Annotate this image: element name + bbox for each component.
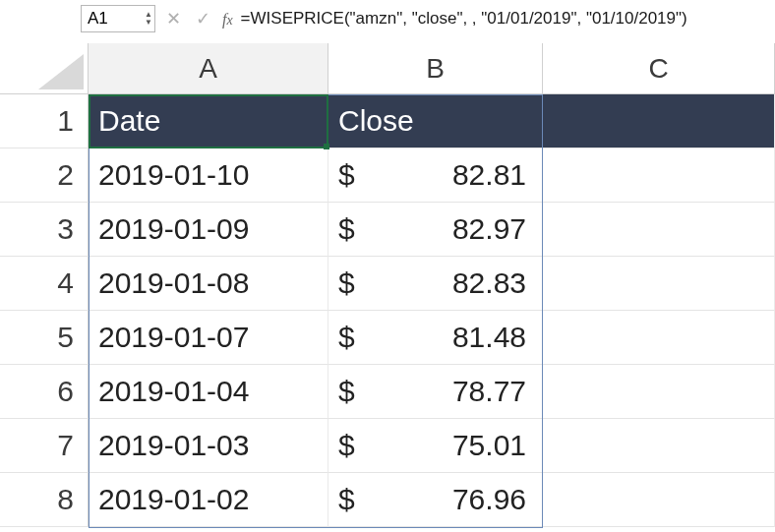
row-header[interactable]: 8 xyxy=(0,473,89,527)
row-header[interactable]: 5 xyxy=(0,311,89,365)
cell[interactable]: $ 76.96 xyxy=(328,473,543,527)
cell[interactable] xyxy=(543,203,775,257)
formula-bar: A1 ▲ ▼ ✕ ✓ fx =WISEPRICE("amzn", "close"… xyxy=(0,0,775,37)
cell[interactable]: $ 82.97 xyxy=(328,203,543,257)
col-header-b[interactable]: B xyxy=(328,43,543,94)
stepper-down-icon[interactable]: ▼ xyxy=(145,19,152,27)
cell[interactable] xyxy=(543,419,775,473)
cell-c1[interactable] xyxy=(543,94,775,148)
formula-input[interactable]: =WISEPRICE("amzn", "close", , "01/01/201… xyxy=(241,9,687,29)
cell[interactable]: 2019-01-08 xyxy=(89,257,328,311)
cell[interactable] xyxy=(543,311,775,365)
col-header-c[interactable]: C xyxy=(543,43,775,94)
table-row: 6 2019-01-04 $ 78.77 xyxy=(0,365,775,419)
table-row: 3 2019-01-09 $ 82.97 xyxy=(0,203,775,257)
cell[interactable]: $ 75.01 xyxy=(328,419,543,473)
column-headers: A B C xyxy=(0,43,775,94)
currency-symbol: $ xyxy=(338,321,355,354)
currency-symbol: $ xyxy=(338,158,355,192)
table-row: 4 2019-01-08 $ 82.83 xyxy=(0,257,775,311)
close-value: 82.81 xyxy=(418,158,526,192)
table-row: 2 2019-01-10 $ 82.81 xyxy=(0,148,775,203)
row-header[interactable]: 1 xyxy=(0,94,89,148)
table-row: 1 Date Close xyxy=(0,94,775,148)
cell[interactable]: 2019-01-07 xyxy=(89,311,328,365)
cell[interactable]: $ 82.83 xyxy=(328,257,543,311)
rows: 1 Date Close 2 2019-01-10 $ 82.81 3 2019… xyxy=(0,94,775,527)
cell[interactable] xyxy=(543,257,775,311)
name-box[interactable]: A1 xyxy=(82,7,143,30)
row-header[interactable]: 3 xyxy=(0,203,89,257)
cell-b1[interactable]: Close xyxy=(328,94,543,148)
cell[interactable]: 2019-01-10 xyxy=(89,148,328,203)
table-row: 7 2019-01-03 $ 75.01 xyxy=(0,419,775,473)
currency-symbol: $ xyxy=(338,212,355,246)
row-header[interactable]: 4 xyxy=(0,257,89,311)
table-row: 8 2019-01-02 $ 76.96 xyxy=(0,473,775,527)
cell-a1[interactable]: Date xyxy=(89,94,328,148)
cell[interactable]: $ 82.81 xyxy=(328,148,543,203)
row-header[interactable]: 2 xyxy=(0,148,89,203)
name-box-stepper[interactable]: ▲ ▼ xyxy=(143,11,154,27)
currency-symbol: $ xyxy=(338,375,355,408)
row-header[interactable]: 6 xyxy=(0,365,89,419)
cell[interactable] xyxy=(543,148,775,203)
currency-symbol: $ xyxy=(338,483,355,516)
close-value: 78.77 xyxy=(418,375,526,408)
currency-symbol: $ xyxy=(338,429,355,462)
table-row: 5 2019-01-07 $ 81.48 xyxy=(0,311,775,365)
col-header-a[interactable]: A xyxy=(89,43,328,94)
close-value: 75.01 xyxy=(418,429,526,462)
name-box-wrapper: A1 ▲ ▼ xyxy=(81,5,155,32)
close-value: 82.97 xyxy=(418,212,526,246)
currency-symbol: $ xyxy=(338,266,355,300)
spreadsheet-grid[interactable]: A B C 1 Date Close 2 2019-01-10 $ 82.81 … xyxy=(0,43,775,532)
close-value: 82.83 xyxy=(418,266,526,300)
cell[interactable] xyxy=(543,473,775,527)
cell[interactable] xyxy=(543,365,775,419)
cell[interactable]: $ 81.48 xyxy=(328,311,543,365)
row-header[interactable]: 7 xyxy=(0,419,89,473)
cell[interactable]: $ 78.77 xyxy=(328,365,543,419)
fx-icon[interactable]: fx xyxy=(222,9,233,30)
cancel-icon[interactable]: ✕ xyxy=(163,8,185,30)
close-value: 81.48 xyxy=(418,321,526,354)
confirm-icon[interactable]: ✓ xyxy=(193,8,214,30)
cell[interactable]: 2019-01-02 xyxy=(89,473,328,527)
select-all-corner[interactable] xyxy=(0,43,89,94)
close-value: 76.96 xyxy=(418,483,526,516)
cell[interactable]: 2019-01-04 xyxy=(89,365,328,419)
cell[interactable]: 2019-01-09 xyxy=(89,203,328,257)
cell[interactable]: 2019-01-03 xyxy=(89,419,328,473)
